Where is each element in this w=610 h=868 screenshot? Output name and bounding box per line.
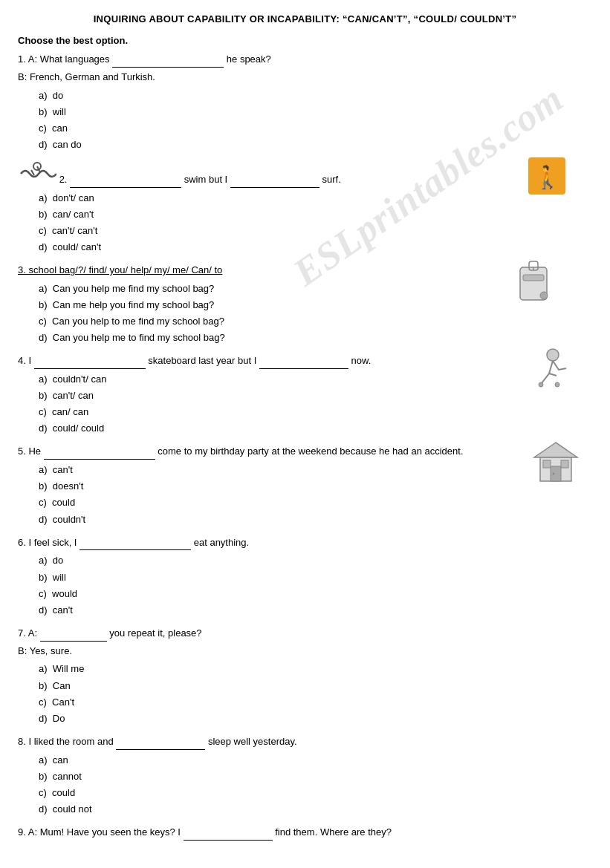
q6-text: 6. I feel sick, I eat anything. — [18, 535, 592, 551]
q7-text: 7. A: you repeat it, please? — [18, 626, 592, 642]
q4-options: a) couldn't/ can b) can't/ can c) can/ c… — [39, 371, 592, 437]
question-1: 1. A: What languages he speak? B: French… — [18, 52, 592, 153]
question-4: 4. I skateboard last year but I now. a) … — [18, 353, 592, 437]
bag-image — [516, 257, 551, 305]
q5-opt-d: d) couldn't — [39, 512, 592, 528]
q7-opt-a: a) Will me — [39, 661, 592, 677]
q8-after: sleep well yesterday. — [208, 736, 297, 747]
house-icon — [533, 440, 579, 483]
q5-options: a) can't b) doesn't c) could d) couldn't — [39, 462, 592, 527]
q7-options: a) Will me b) Can c) Can't d) Do — [39, 661, 592, 726]
q3-opt-a: a) Can you help me find my school bag? — [39, 281, 592, 297]
q6-opt-c: c) would — [39, 586, 592, 602]
q2-after: surf. — [322, 174, 340, 185]
q4-opt-b: b) can't/ can — [39, 388, 592, 404]
q4-blank2 — [259, 359, 348, 369]
svg-text:🚶: 🚶 — [533, 164, 562, 191]
q7-blank1 — [40, 631, 107, 642]
q5-text: 5. He come to my birthday party at the w… — [18, 444, 592, 460]
q2-blank2 — [230, 177, 319, 188]
q4-mid: skateboard last year but I — [148, 355, 259, 366]
q2-opt-c: c) can't/ can't — [39, 223, 592, 239]
page-title: INQUIRING ABOUT CAPABILITY OR INCAPABILI… — [18, 13, 592, 25]
pedestrian-image: 🚶 — [528, 157, 565, 197]
question-6: 6. I feel sick, I eat anything. a) do b)… — [18, 535, 592, 619]
q8-opt-a: a) can — [39, 752, 592, 769]
q7-opt-d: d) Do — [39, 711, 592, 727]
q9-before: 9. A: Mum! Have you seen the keys? I — [18, 826, 184, 838]
q8-text: 8. I liked the room and sleep well yeste… — [18, 734, 592, 750]
q2-opt-d: d) could/ can't — [39, 239, 592, 255]
svg-rect-14 — [543, 460, 551, 468]
q8-opt-b: b) cannot — [39, 769, 592, 785]
q5-before: 5. He — [18, 446, 44, 457]
q4-opt-c: c) can/ can — [39, 404, 592, 420]
q3-options: a) Can you help me find my school bag? b… — [39, 281, 592, 346]
question-5: 5. He come to my birthday party at the w… — [18, 444, 592, 527]
bag-icon — [516, 257, 551, 303]
q7-answer: B: Yes, sure. — [18, 644, 592, 659]
q4-opt-a: a) couldn't/ can — [39, 371, 592, 388]
q6-opt-d: d) can't — [39, 602, 592, 619]
q9-text: 9. A: Mum! Have you seen the keys? I fin… — [18, 825, 592, 841]
q8-opt-c: c) could — [39, 785, 592, 801]
q9-blank1 — [184, 830, 273, 841]
q7-after: you repeat it, please? — [109, 627, 201, 639]
q1-blank — [112, 57, 224, 68]
q1-opt-d: d) can do — [39, 137, 592, 153]
q8-before: 8. I liked the room and — [18, 736, 116, 747]
q5-after: come to my birthday party at the weekend… — [158, 446, 463, 457]
swim-icon — [18, 160, 56, 183]
q6-after: eat anything. — [194, 537, 249, 548]
q1-opt-c: c) can — [39, 120, 592, 137]
q7-opt-c: c) Can't — [39, 694, 592, 711]
svg-point-8 — [547, 349, 559, 361]
svg-point-7 — [540, 292, 548, 299]
skater-image — [530, 347, 571, 393]
q8-options: a) can b) cannot c) could d) could not — [39, 752, 592, 818]
svg-rect-13 — [551, 466, 561, 481]
q1-after: he speak? — [224, 53, 271, 65]
q5-opt-b: b) doesn't — [39, 478, 592, 495]
q3-opt-c: c) Can you help to me find my school bag… — [39, 313, 592, 330]
q2-opt-a: a) don't/ can — [39, 190, 592, 206]
question-9: 9. A: Mum! Have you seen the keys? I fin… — [18, 825, 592, 841]
svg-point-10 — [555, 382, 559, 387]
q1-options: a) do b) will c) can d) can do — [39, 88, 592, 153]
q1-answer: B: French, German and Turkish. — [18, 70, 592, 85]
q3-link: 3. school bag/?/ find/ you/ help/ my/ me… — [18, 264, 222, 275]
instruction: Choose the best option. — [18, 35, 592, 46]
q2-mid: swim but I — [184, 174, 230, 185]
question-3: 3. school bag/?/ find/ you/ help/ my/ me… — [18, 263, 592, 346]
q3-opt-d: d) Can you help me to find my school bag… — [39, 330, 592, 346]
pedestrian-icon: 🚶 — [528, 157, 565, 195]
skater-icon — [530, 347, 571, 391]
q5-opt-c: c) could — [39, 495, 592, 511]
q1-opt-a: a) do — [39, 88, 592, 104]
q3-opt-b: b) Can me help you find my school bag? — [39, 297, 592, 313]
q3-prompt: 3. school bag/?/ find/ you/ help/ my/ me… — [18, 263, 592, 278]
q2-blank1 — [70, 177, 181, 188]
q1-before: 1. A: What languages — [18, 53, 112, 65]
svg-rect-15 — [561, 460, 568, 468]
svg-point-16 — [553, 473, 555, 475]
q7-before: 7. A: — [18, 627, 40, 639]
q1-text: 1. A: What languages he speak? — [18, 52, 592, 68]
q6-opt-a: a) do — [39, 552, 592, 569]
q6-before: 6. I feel sick, I — [18, 537, 80, 548]
q2-num: 2. — [59, 174, 70, 185]
q8-opt-d: d) could not — [39, 801, 592, 818]
q6-opt-b: b) will — [39, 570, 592, 586]
q8-blank1 — [116, 740, 205, 750]
q4-opt-d: d) could/ could — [39, 420, 592, 437]
q1-opt-b: b) will — [39, 104, 592, 120]
q4-after: now. — [351, 355, 371, 366]
q9-after: find them. Where are they? — [275, 826, 392, 838]
q5-opt-a: a) can't — [39, 462, 592, 478]
q2-text: 2. swim but I surf. — [18, 160, 592, 188]
q6-blank1 — [80, 540, 191, 550]
q2-opt-b: b) can/ can't — [39, 206, 592, 223]
q4-before: 4. I — [18, 355, 34, 366]
svg-point-9 — [539, 382, 543, 387]
q4-text: 4. I skateboard last year but I now. — [18, 353, 592, 369]
